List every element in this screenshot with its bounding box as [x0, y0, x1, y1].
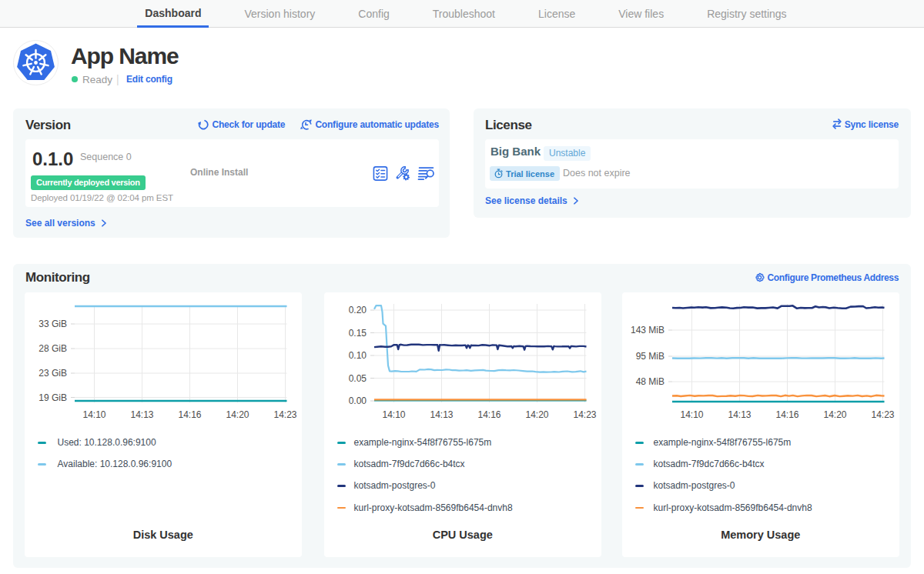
svg-text:0.05: 0.05: [348, 373, 367, 384]
svg-text:14:13: 14:13: [130, 409, 153, 420]
svg-text:14:23: 14:23: [871, 409, 894, 420]
svg-text:14:23: 14:23: [573, 409, 596, 420]
svg-text:14:20: 14:20: [823, 409, 846, 420]
svg-text:23 GiB: 23 GiB: [38, 368, 67, 379]
svg-text:143 MiB: 143 MiB: [630, 325, 664, 335]
svg-text:0.10: 0.10: [348, 350, 367, 361]
svg-text:28 GiB: 28 GiB: [38, 343, 67, 354]
svg-text:33 GiB: 33 GiB: [38, 319, 67, 329]
svg-text:14:13: 14:13: [430, 409, 453, 420]
svg-text:14:20: 14:20: [226, 409, 249, 420]
svg-text:14:13: 14:13: [728, 409, 751, 420]
svg-text:14:16: 14:16: [775, 409, 798, 420]
svg-text:14:16: 14:16: [477, 409, 500, 420]
svg-text:48 MiB: 48 MiB: [635, 376, 664, 387]
svg-text:14:10: 14:10: [82, 409, 105, 420]
svg-text:14:23: 14:23: [273, 409, 296, 420]
svg-text:14:10: 14:10: [382, 409, 405, 420]
svg-text:95 MiB: 95 MiB: [635, 351, 664, 362]
svg-text:14:20: 14:20: [525, 409, 548, 420]
svg-text:0.20: 0.20: [348, 305, 367, 315]
svg-text:19 GiB: 19 GiB: [38, 392, 67, 403]
svg-text:0.15: 0.15: [348, 328, 367, 339]
svg-text:14:16: 14:16: [178, 409, 201, 420]
svg-text:0.00: 0.00: [348, 395, 367, 406]
svg-text:14:10: 14:10: [680, 409, 703, 420]
